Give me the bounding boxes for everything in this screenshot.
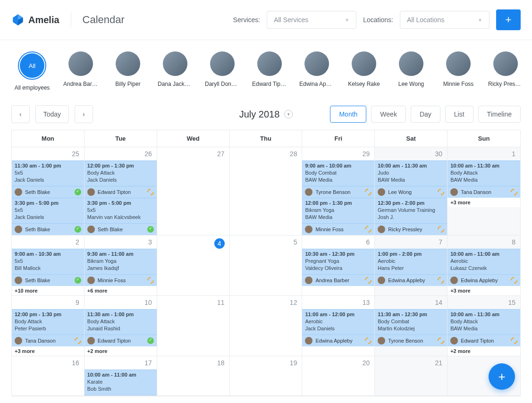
day-cell[interactable]: 39:30 am - 11:00 amBikram YogaJames Ikad… bbox=[84, 235, 157, 296]
day-cell[interactable]: 610:30 am - 12:30 pmPregnant YogaValdecy… bbox=[302, 235, 375, 296]
more-link[interactable]: +10 more bbox=[12, 286, 84, 295]
event-title: Body Combat bbox=[378, 319, 444, 324]
event[interactable]: 9:30 am - 11:00 amBikram YogaJames Ikads… bbox=[84, 249, 157, 275]
employee-filter-item[interactable]: Edwina Appl... bbox=[299, 51, 334, 91]
check-icon bbox=[75, 277, 81, 284]
event[interactable]: 11:00 am - 12:00 pmAerobicJack Daniels bbox=[302, 309, 374, 335]
weekday-label: Sun bbox=[448, 130, 520, 147]
recurring-icon bbox=[436, 276, 446, 285]
recurring-icon bbox=[146, 276, 155, 285]
event[interactable]: 10:00 am - 11:30 amJudoBAW Media bbox=[375, 160, 447, 186]
event-assignee: Tana Danson bbox=[448, 186, 520, 198]
more-link[interactable]: +6 more bbox=[84, 286, 157, 295]
day-cell[interactable]: 2511:30 am - 1:00 pm5x5Jack DanielsSeth … bbox=[12, 147, 84, 235]
day-cell[interactable]: 27 bbox=[157, 147, 230, 235]
day-cell[interactable]: 19 bbox=[230, 356, 303, 396]
event-assignee: Edward Tipton bbox=[448, 335, 520, 346]
avatar bbox=[450, 188, 458, 196]
event[interactable]: 3:30 pm - 5:00 pm5x5Jack Daniels bbox=[12, 198, 84, 224]
employee-filter-item[interactable]: Minnie Foss bbox=[441, 51, 476, 91]
event[interactable]: 10:00 am - 11:30 amBody AttackBAW Media bbox=[448, 160, 520, 186]
avatar bbox=[378, 226, 385, 233]
day-cell[interactable]: 110:00 am - 11:30 amBody AttackBAW Media… bbox=[448, 147, 520, 235]
logo[interactable]: Amelia bbox=[11, 13, 59, 26]
day-cell[interactable]: 810:00 am - 11:00 amAerobicŁukasz Czerwi… bbox=[448, 235, 520, 296]
event[interactable]: 11:30 am - 1:00 pmBody AttackJunaid Rash… bbox=[84, 309, 157, 335]
event[interactable]: 12:00 pm - 1:30 pmBody AttackPeter Pasie… bbox=[12, 309, 84, 335]
fab-add-button[interactable]: + bbox=[489, 363, 515, 390]
day-cell[interactable]: 2612:00 pm - 1:30 pmBody AttackJack Dani… bbox=[84, 147, 157, 235]
day-cell[interactable]: 29:00 am - 10:30 am5x5Bill MallockSeth B… bbox=[12, 235, 84, 296]
day-number bbox=[448, 356, 520, 362]
more-link[interactable]: +2 more bbox=[84, 346, 157, 356]
event[interactable]: 12:00 pm - 1:30 pmBody AttackJack Daniel… bbox=[84, 160, 157, 186]
event-title: Body Attack bbox=[87, 170, 154, 176]
more-link[interactable]: +3 more bbox=[448, 286, 520, 295]
add-button[interactable]: + bbox=[496, 9, 521, 30]
event-time: 9:00 am - 10:30 am bbox=[15, 251, 81, 257]
day-cell[interactable]: 912:00 pm - 1:30 pmBody AttackPeter Pasi… bbox=[12, 296, 84, 356]
event[interactable]: 1:00 pm - 2:00 pmAerobicHans Peter bbox=[375, 249, 447, 275]
employee-filter-item[interactable]: Kelsey Rake bbox=[346, 51, 381, 91]
view-tab-list[interactable]: List bbox=[445, 106, 473, 123]
today-button[interactable]: Today bbox=[35, 105, 69, 123]
day-cell[interactable]: 1011:30 am - 1:00 pmBody AttackJunaid Ra… bbox=[84, 296, 157, 356]
event[interactable]: 10:30 am - 12:30 pmPregnant YogaValdecy … bbox=[302, 249, 374, 275]
day-cell[interactable]: 20 bbox=[302, 356, 375, 396]
employee-filter-item[interactable]: Dana Jackson bbox=[158, 51, 193, 91]
event[interactable]: 10:00 am - 11:00 amKarateBob Smith bbox=[84, 369, 157, 395]
day-cell[interactable]: 4 bbox=[157, 235, 230, 296]
employee-filter-item[interactable]: Edward Tipton bbox=[252, 51, 287, 91]
employee-filter-all[interactable]: AllAll employees bbox=[13, 51, 51, 91]
locations-select[interactable]: All Locations ▼ bbox=[400, 11, 490, 29]
employee-filter-item[interactable]: Daryll Donov... bbox=[205, 51, 240, 91]
more-link[interactable]: +2 more bbox=[448, 346, 520, 356]
event[interactable]: 11:30 am - 12:30 pmBody CombatMartin Kol… bbox=[375, 309, 447, 335]
view-tab-week[interactable]: Week bbox=[371, 106, 406, 123]
day-cell[interactable]: 12 bbox=[230, 296, 303, 356]
event-client: Jack Daniels bbox=[15, 214, 81, 220]
day-cell[interactable]: 28 bbox=[230, 147, 303, 235]
services-select[interactable]: All Services ▼ bbox=[267, 11, 356, 29]
event[interactable]: 3:30 pm - 5:00 pm5x5Marvin van Kalcvsbee… bbox=[84, 198, 157, 224]
day-cell[interactable]: 71:00 pm - 2:00 pmAerobicHans PeterEdwin… bbox=[375, 235, 448, 296]
employee-filter-item[interactable]: Lee Wong bbox=[394, 51, 429, 91]
avatar bbox=[304, 51, 329, 76]
more-link[interactable]: +3 more bbox=[12, 346, 84, 356]
view-tab-timeline[interactable]: Timeline bbox=[478, 106, 521, 123]
event-title: Aerobic bbox=[378, 258, 444, 264]
day-cell[interactable]: 11 bbox=[157, 296, 230, 356]
avatar bbox=[399, 51, 423, 76]
day-cell[interactable]: 1510:00 am - 11:30 amBody AttackBAW Medi… bbox=[448, 296, 520, 356]
employee-filter-item[interactable]: Andrea Barber bbox=[63, 51, 98, 91]
view-tab-day[interactable]: Day bbox=[411, 106, 440, 123]
day-cell[interactable]: 18 bbox=[157, 356, 230, 396]
day-cell[interactable]: 1411:30 am - 12:30 pmBody CombatMartin K… bbox=[375, 296, 448, 356]
day-cell[interactable]: 16 bbox=[12, 356, 84, 396]
event[interactable]: 12:00 pm - 1:30 pmBikram YogaBAW Media bbox=[302, 198, 374, 224]
recurring-icon bbox=[436, 225, 446, 234]
event[interactable]: 12:30 pm - 2:00 pmGerman Volume Training… bbox=[375, 198, 447, 224]
event[interactable]: 10:00 am - 11:30 amBody AttackBAW Media bbox=[448, 309, 520, 335]
event[interactable]: 9:00 am - 10:30 am5x5Bill Mallock bbox=[12, 249, 84, 275]
event-client: Marvin van Kalcvsbeek bbox=[87, 214, 154, 220]
month-dropdown-icon[interactable]: ▼ bbox=[284, 110, 293, 118]
event[interactable]: 9:00 am - 10:00 amBody CombatBAW Media bbox=[302, 160, 374, 186]
event-title: 5x5 bbox=[15, 207, 81, 213]
more-link[interactable]: +3 more bbox=[448, 198, 520, 207]
employee-filter-item[interactable]: Ricky Pressley bbox=[488, 51, 523, 91]
day-cell[interactable]: 1710:00 am - 11:00 amKarateBob Smith bbox=[84, 356, 157, 396]
day-cell[interactable]: 1311:00 am - 12:00 pmAerobicJack Daniels… bbox=[302, 296, 375, 356]
view-tab-month[interactable]: Month bbox=[330, 106, 366, 123]
event-time: 10:00 am - 11:00 am bbox=[87, 372, 154, 378]
day-cell[interactable]: 21 bbox=[375, 356, 448, 396]
weekday-label: Mon bbox=[12, 130, 84, 147]
next-button[interactable]: › bbox=[75, 105, 93, 123]
day-cell[interactable]: 3010:00 am - 11:30 amJudoBAW MediaLee Wo… bbox=[375, 147, 448, 235]
prev-button[interactable]: ‹ bbox=[11, 105, 30, 123]
day-cell[interactable]: 5 bbox=[230, 235, 303, 296]
event[interactable]: 11:30 am - 1:00 pm5x5Jack Daniels bbox=[12, 160, 84, 186]
event[interactable]: 10:00 am - 11:00 amAerobicŁukasz Czerwik bbox=[448, 249, 520, 275]
employee-filter-item[interactable]: Billy Piper bbox=[110, 51, 145, 91]
day-cell[interactable]: 299:00 am - 10:00 amBody CombatBAW Media… bbox=[302, 147, 375, 235]
